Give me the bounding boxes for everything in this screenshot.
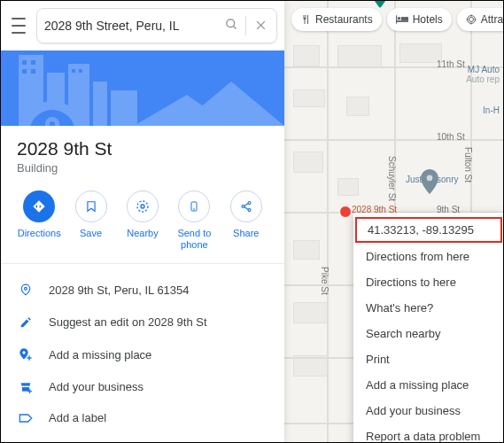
add-place-row[interactable]: Add a missing place [1,338,284,371]
context-add-business[interactable]: Add your business [353,398,504,424]
svg-point-38 [427,175,433,182]
context-whats-here[interactable]: What's here? [353,295,504,321]
search-icon[interactable] [222,18,240,34]
address-row[interactable]: 2028 9th St, Peru, IL 61354 [1,273,284,307]
store-icon [17,381,35,393]
street-10th: 10th St [437,132,465,142]
street-schuyler: Schuyler St [387,156,397,201]
context-report[interactable]: Report a data problem [353,424,504,443]
svg-point-0 [226,19,234,27]
context-search-nearby[interactable]: Search nearby [353,321,504,346]
svg-rect-41 [401,17,408,20]
svg-point-21 [141,205,144,208]
poi-mj[interactable]: MJ AutoAuto rep [466,65,500,84]
street-pike: Pike St [320,267,330,295]
context-print[interactable]: Print [353,346,504,372]
map-pin-top[interactable] [371,0,389,8]
svg-rect-17 [79,69,82,73]
pencil-icon [17,316,35,329]
suggest-edit-row[interactable]: Suggest an edit on 2028 9th St [1,307,284,338]
poi-inh[interactable]: In-H [483,105,500,115]
map-marker-current[interactable] [339,206,352,218]
svg-point-40 [397,17,400,20]
svg-rect-13 [31,60,35,65]
map-canvas[interactable]: 11th St 10th St 9th St 2028 9th St Pike … [284,1,503,442]
add-pin-icon [17,346,35,362]
chip-attractions[interactable]: Attractions [457,8,504,31]
chip-hotels[interactable]: Hotels [387,8,452,31]
street-fulton: Fulton St [463,147,473,183]
hero-image [1,51,284,126]
svg-rect-34 [22,387,29,392]
svg-rect-9 [111,90,137,126]
svg-line-1 [233,26,236,28]
chip-restaurants[interactable]: Restaurants [291,8,382,31]
svg-rect-8 [93,82,107,126]
svg-rect-16 [72,69,75,73]
svg-point-22 [137,201,148,212]
map-pin-masonry[interactable] [421,169,438,194]
svg-point-31 [22,351,25,354]
pin-icon [17,282,35,298]
directions-button[interactable]: Directions [14,190,64,251]
search-box[interactable] [36,8,277,43]
svg-point-43 [469,18,473,22]
label-icon [17,413,35,424]
svg-line-29 [244,206,248,209]
add-business-row[interactable]: Add your business [1,371,284,402]
search-input[interactable] [44,19,222,33]
svg-rect-15 [31,69,35,74]
svg-rect-12 [22,60,27,65]
nearby-button[interactable]: Nearby [118,190,167,251]
context-dir-to[interactable]: Directions to here [353,269,504,295]
context-coords[interactable]: 41.33213, -89.13295 [355,217,502,243]
svg-point-44 [467,16,475,24]
svg-rect-39 [396,15,397,23]
menu-button[interactable] [8,18,29,34]
save-button[interactable]: Save [66,190,116,251]
info-section: 2028 9th St, Peru, IL 61354 Suggest an e… [1,264,284,442]
svg-rect-14 [22,69,27,74]
place-category: Building [1,161,284,187]
add-label-row[interactable]: Add a label [1,402,284,433]
context-add-place[interactable]: Add a missing place [353,372,504,398]
svg-rect-42 [396,20,408,22]
svg-point-30 [25,287,27,290]
category-chips: Restaurants Hotels Attractions [291,8,504,31]
action-row: Directions Save Nearby Send to phone Sha… [1,187,284,264]
context-dir-from[interactable]: Directions from here [353,244,504,269]
send-to-phone-button[interactable]: Send to phone [169,190,219,251]
share-button[interactable]: Share [221,190,271,251]
context-menu: 41.33213, -89.13295 Directions from here… [353,213,504,443]
svg-line-28 [244,203,248,206]
side-panel: 2028 9th St Building Directions Save Nea… [1,1,284,442]
clear-icon[interactable] [252,19,269,34]
place-title: 2028 9th St [1,126,284,161]
street-11th: 11th St [437,59,465,69]
